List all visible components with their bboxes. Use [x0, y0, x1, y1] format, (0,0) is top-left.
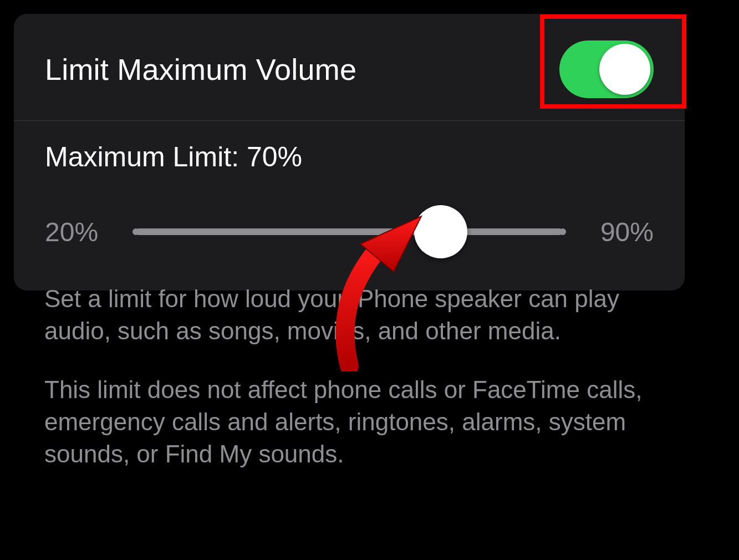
- slider-row: Maximum Limit: 70% 20% 90%: [14, 121, 685, 291]
- slider-line: 20% 90%: [45, 204, 654, 259]
- limit-title: Limit Maximum Volume: [45, 52, 356, 86]
- slider-tick: [498, 228, 505, 235]
- footer-paragraph-2: This limit does not affect phone calls o…: [44, 374, 654, 470]
- slider-tick: [193, 228, 200, 235]
- slider-tick: [132, 228, 139, 235]
- limit-toggle[interactable]: [559, 40, 654, 98]
- slider-track-fill: [136, 228, 441, 235]
- footer-paragraph-1: Set a limit for how loud your iPhone spe…: [44, 283, 654, 347]
- footer-description: Set a limit for how loud your iPhone spe…: [44, 283, 654, 497]
- volume-slider[interactable]: [136, 204, 563, 259]
- slider-thumb[interactable]: [414, 205, 467, 258]
- toggle-knob: [599, 44, 650, 95]
- slider-tick: [559, 228, 566, 235]
- slider-min-label: 20%: [45, 217, 117, 247]
- settings-card: Limit Maximum Volume Maximum Limit: 70% …: [14, 14, 685, 291]
- slider-max-label: 90%: [582, 217, 654, 247]
- slider-tick: [315, 228, 322, 235]
- slider-tick: [376, 228, 383, 235]
- slider-tick: [254, 228, 261, 235]
- limit-toggle-row: Limit Maximum Volume: [14, 14, 685, 121]
- maximum-limit-label: Maximum Limit: 70%: [45, 141, 654, 173]
